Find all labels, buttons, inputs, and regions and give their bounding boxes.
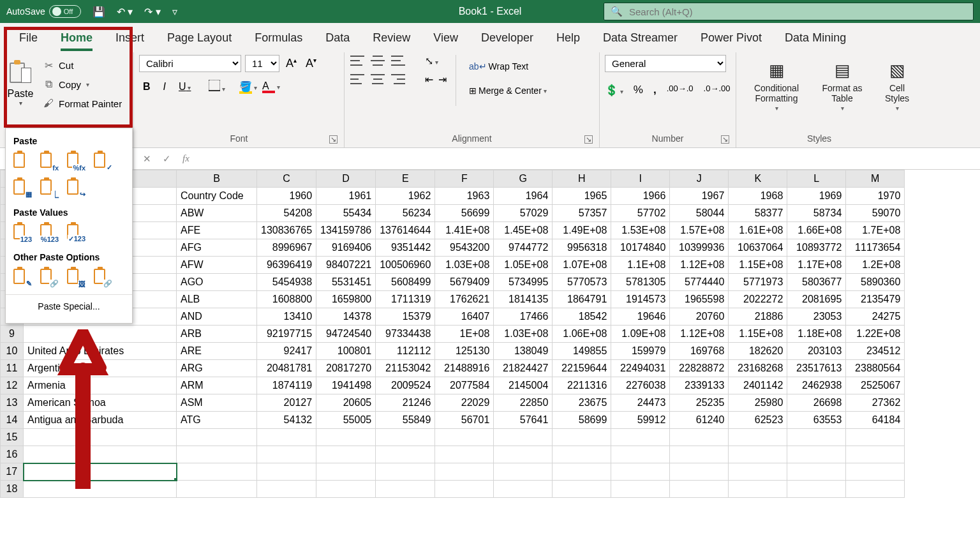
cell[interactable]: 10637064 <box>729 239 787 257</box>
cell[interactable]: 5679409 <box>435 274 494 291</box>
cell[interactable]: 5734995 <box>494 274 553 291</box>
cell[interactable] <box>316 481 376 498</box>
cell[interactable]: 20605 <box>316 394 376 412</box>
cell[interactable]: 1.57E+08 <box>670 222 729 239</box>
paste-option-icon[interactable]: ▦ <box>13 179 33 199</box>
percent-format-icon[interactable]: % <box>634 84 643 97</box>
cell[interactable]: 58699 <box>553 412 611 429</box>
cell[interactable]: 57029 <box>494 205 553 222</box>
cell[interactable]: 25980 <box>729 394 787 412</box>
cell[interactable]: 2145004 <box>494 377 553 394</box>
cell[interactable]: AFG <box>177 239 257 257</box>
cell[interactable]: 1.41E+08 <box>435 222 494 239</box>
cell[interactable]: Armenia <box>24 377 177 394</box>
tab-data-mining[interactable]: Data Mining <box>773 23 858 52</box>
cell[interactable] <box>670 463 729 481</box>
cell[interactable]: 20760 <box>670 308 729 326</box>
cell[interactable]: ATG <box>177 412 257 429</box>
cell[interactable]: 1.2E+08 <box>846 257 905 274</box>
cell[interactable]: 5781305 <box>611 274 670 291</box>
number-format-select[interactable]: General <box>605 55 726 72</box>
fill-color-button[interactable]: 🪣 <box>239 80 257 94</box>
italic-button[interactable]: I <box>160 79 170 95</box>
cell[interactable] <box>729 481 787 498</box>
paste-option-icon[interactable]: %123 <box>40 224 59 243</box>
tab-review[interactable]: Review <box>361 23 422 52</box>
border-button[interactable] <box>209 80 225 94</box>
cell[interactable]: 10399936 <box>670 239 729 257</box>
cell[interactable]: 21886 <box>729 308 787 326</box>
cell[interactable]: 22159644 <box>553 360 611 377</box>
align-left-icon[interactable] <box>350 73 365 85</box>
cell[interactable] <box>553 463 611 481</box>
decrease-decimal-icon[interactable]: .0→.00 <box>704 84 731 97</box>
cell[interactable]: AFE <box>177 222 257 239</box>
paste-special-button[interactable]: Paste Special... <box>12 296 126 317</box>
row-header[interactable]: 15 <box>1 429 24 446</box>
cell[interactable]: 134159786 <box>316 222 376 239</box>
cell[interactable]: 182620 <box>729 343 787 360</box>
cell[interactable] <box>729 429 787 446</box>
cell[interactable] <box>846 429 905 446</box>
font-name-select[interactable]: Calibri <box>139 55 241 72</box>
paste-option-icon[interactable]: 🔗 <box>40 269 59 288</box>
cell[interactable] <box>846 481 905 498</box>
paste-option-icon[interactable]: ✎ <box>13 269 33 288</box>
paste-option-icon[interactable]: ↪ <box>67 179 86 199</box>
tab-file[interactable]: File <box>8 23 49 52</box>
cell[interactable] <box>376 429 435 446</box>
cell[interactable]: 1914573 <box>611 291 670 308</box>
cell[interactable] <box>316 463 376 481</box>
column-header[interactable]: H <box>553 170 611 188</box>
cell[interactable]: 10174840 <box>611 239 670 257</box>
cell[interactable]: 1961 <box>316 188 376 205</box>
column-header[interactable]: L <box>787 170 846 188</box>
tab-developer[interactable]: Developer <box>470 23 545 52</box>
cell[interactable]: 9744772 <box>494 239 553 257</box>
row-header[interactable]: 18 <box>1 481 24 498</box>
cell[interactable]: 5771973 <box>729 274 787 291</box>
cell[interactable]: 9351442 <box>376 239 435 257</box>
cell[interactable]: 55849 <box>376 412 435 429</box>
paste-option-icon[interactable]: %fx <box>67 153 86 172</box>
tab-data-streamer[interactable]: Data Streamer <box>591 23 689 52</box>
save-icon[interactable]: 💾 <box>93 6 105 18</box>
column-header[interactable]: E <box>376 170 435 188</box>
merge-center-button[interactable]: ⊞ Merge & Center <box>465 83 551 98</box>
cell[interactable]: 1966 <box>611 188 670 205</box>
cell[interactable] <box>257 481 316 498</box>
cell[interactable]: 64184 <box>846 412 905 429</box>
cell[interactable]: 5454938 <box>257 274 316 291</box>
decrease-indent-icon[interactable]: ⇤ <box>425 73 433 86</box>
cell[interactable]: 1.07E+08 <box>553 257 611 274</box>
cell[interactable] <box>494 429 553 446</box>
cell[interactable] <box>787 463 846 481</box>
cell[interactable]: 2077584 <box>435 377 494 394</box>
cell[interactable]: 21488916 <box>435 360 494 377</box>
cell[interactable]: AGO <box>177 274 257 291</box>
tab-data[interactable]: Data <box>314 23 361 52</box>
cell[interactable]: 1.12E+08 <box>670 257 729 274</box>
cell[interactable] <box>553 446 611 463</box>
cell[interactable]: 22828872 <box>670 360 729 377</box>
cell[interactable]: 2211316 <box>553 377 611 394</box>
cell[interactable]: 54132 <box>257 412 316 429</box>
cell[interactable]: 16407 <box>435 308 494 326</box>
cancel-formula-icon[interactable]: ✕ <box>143 153 151 165</box>
cell[interactable]: 94724540 <box>316 326 376 343</box>
font-color-button[interactable]: A <box>262 80 280 93</box>
align-middle-icon[interactable] <box>370 55 385 66</box>
copy-button[interactable]: ⧉Copy▾ <box>40 77 124 92</box>
cell[interactable]: 9543200 <box>435 239 494 257</box>
cell[interactable]: ARG <box>177 360 257 377</box>
tab-page-layout[interactable]: Page Layout <box>156 23 243 52</box>
cell[interactable]: 21246 <box>376 394 435 412</box>
cell[interactable]: 1.15E+08 <box>729 326 787 343</box>
paste-option-icon[interactable]: 🔗 <box>94 269 113 288</box>
align-top-icon[interactable] <box>350 55 365 66</box>
cell[interactable]: 5531451 <box>316 274 376 291</box>
cell[interactable]: 1.1E+08 <box>611 257 670 274</box>
cell[interactable] <box>257 446 316 463</box>
cell[interactable]: 57702 <box>611 205 670 222</box>
paste-option-icon[interactable]: ✓123 <box>67 224 86 243</box>
